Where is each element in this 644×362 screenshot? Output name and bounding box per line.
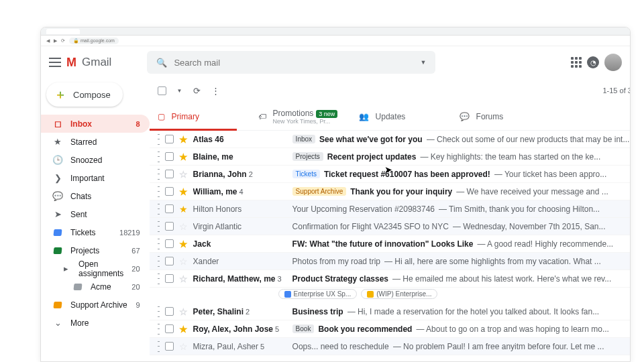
email-row[interactable]: ☆Virgin AtlanticConfirmation for Flight … [150, 218, 630, 235]
tab-forums[interactable]: 💬Forums [451, 103, 552, 130]
sidebar-item-projects[interactable]: Projects67 [41, 241, 150, 259]
tab-promotions[interactable]: 🏷Promotions3 newNew York Times, Pr... [250, 103, 351, 130]
email-row[interactable]: ★Hilton HonorsYour Upcoming Reservation … [150, 200, 630, 218]
more-actions-icon[interactable]: ⋮ [211, 86, 220, 96]
row-checkbox[interactable] [165, 204, 174, 213]
drag-handle-icon[interactable] [158, 306, 160, 317]
drag-handle-icon[interactable] [158, 341, 160, 352]
star-icon[interactable]: ☆ [179, 341, 188, 352]
nav-back-icon[interactable]: ◀ [46, 38, 50, 44]
row-checkbox[interactable] [165, 187, 174, 196]
nav-forward-icon[interactable]: ▶ [54, 38, 57, 44]
search-icon: 🔍 [156, 58, 167, 68]
sidebar-item-chats[interactable]: 💬Chats [41, 187, 150, 205]
star-icon[interactable]: ☆ [179, 256, 188, 267]
sidebar-item-sent[interactable]: ➤Sent [41, 205, 150, 223]
row-checkbox[interactable] [165, 152, 174, 161]
drag-handle-icon[interactable] [158, 324, 160, 335]
email-sender: Mizra, Paul, Asher 5 [193, 342, 287, 351]
drag-handle-icon[interactable] [158, 152, 160, 162]
tab-label: Primary [172, 112, 199, 121]
email-row[interactable]: ★William, me 4Support ArchiveThank you f… [150, 183, 630, 200]
sidebar-item-acme[interactable]: Acme20 [41, 278, 150, 296]
star-icon[interactable]: ☆ [179, 169, 188, 180]
email-row[interactable]: ☆Mizra, Paul, Asher 5Oops... need to res… [150, 338, 630, 355]
sidebar-item-starred[interactable]: ★Starred [41, 133, 150, 151]
row-checkbox[interactable] [165, 135, 174, 143]
email-row[interactable]: ☆Brianna, John 2TicketsTicket request #6… [150, 166, 630, 183]
search-box[interactable]: 🔍 ▼ [147, 51, 435, 74]
account-avatar[interactable] [604, 54, 622, 71]
star-icon[interactable]: ★ [179, 152, 188, 162]
refresh-icon[interactable]: ⟳ [193, 86, 201, 96]
email-snippet: — Hi all, here are some highlights from … [384, 257, 601, 266]
row-checkbox[interactable] [165, 170, 174, 178]
select-all-checkbox[interactable] [158, 86, 166, 95]
row-checkbox[interactable] [165, 274, 174, 283]
star-icon[interactable]: ☆ [179, 274, 188, 284]
email-subject: FW: What "the future of innovation" Look… [292, 239, 474, 249]
row-checkbox[interactable] [165, 324, 174, 333]
label-chip[interactable]: Projects [292, 152, 323, 161]
email-content: InboxSee what we've got for you — Check … [292, 135, 630, 144]
sidebar-item-more[interactable]: ⌄More [41, 314, 150, 332]
email-row[interactable]: ☆Richard, Matthew, me 3Product Strategy … [150, 270, 630, 288]
main-menu-icon[interactable] [49, 58, 61, 67]
drag-handle-icon[interactable] [158, 204, 160, 215]
star-icon[interactable]: ★ [179, 324, 188, 335]
star-icon[interactable]: ★ [179, 204, 188, 215]
star-icon[interactable]: ★ [179, 134, 188, 145]
sidebar-item-snoozed[interactable]: 🕒Snoozed [41, 151, 150, 169]
sidebar-item-important[interactable]: ❯Important [41, 169, 150, 187]
attachment-chip[interactable]: Enterprise UX Sp... [278, 289, 358, 299]
tab-updates[interactable]: 👥Updates [351, 103, 451, 130]
drag-handle-icon[interactable] [158, 134, 160, 145]
row-checkbox[interactable] [165, 222, 174, 231]
email-row[interactable]: ★JackFW: What "the future of innovation"… [150, 235, 630, 253]
sidebar-item-inbox[interactable]: ◻Inbox8 [41, 115, 150, 133]
drag-handle-icon[interactable] [158, 186, 160, 197]
email-row[interactable]: ★Blaine, meProjectsRecent project update… [150, 148, 630, 166]
drag-handle-icon[interactable] [158, 256, 160, 267]
sidebar-item-support-archive[interactable]: Support Archive9 [41, 296, 150, 314]
email-row[interactable]: ★Roy, Alex, John Jose 5BookBook you reco… [150, 320, 630, 338]
url-field[interactable]: 🔒 mail.google.com [69, 38, 119, 44]
drag-handle-icon[interactable] [158, 169, 160, 180]
sidebar-item-open-assignments[interactable]: ▸Open assignments20 [41, 259, 150, 278]
star-icon[interactable]: ★ [179, 186, 188, 197]
row-checkbox[interactable] [165, 342, 174, 351]
email-subject: Book you recommended [318, 324, 412, 334]
row-checkbox[interactable] [165, 307, 174, 316]
label-chip[interactable]: Support Archive [292, 187, 347, 196]
star-icon[interactable]: ☆ [179, 221, 188, 232]
email-row[interactable]: ★Atlas 46InboxSee what we've got for you… [150, 131, 630, 148]
star-icon[interactable]: ☆ [179, 306, 188, 317]
drag-handle-icon[interactable] [158, 274, 160, 284]
drag-handle-icon[interactable] [158, 221, 160, 232]
notifications-icon[interactable]: ◔ [587, 56, 599, 68]
tab-icon: 💬 [460, 112, 470, 121]
row-checkbox[interactable] [165, 239, 174, 248]
sidebar-count: 67 [131, 247, 140, 255]
drag-handle-icon[interactable] [158, 239, 160, 249]
compose-button[interactable]: ＋ Compose [46, 82, 123, 107]
nav-reload-icon[interactable]: ⟳ [61, 38, 65, 44]
search-dropdown-icon[interactable]: ▼ [420, 59, 426, 66]
email-row[interactable]: ☆XanderPhotos from my road trip — Hi all… [150, 253, 630, 270]
star-icon[interactable]: ★ [179, 239, 188, 249]
row-checkbox[interactable] [165, 257, 174, 265]
label-chip[interactable]: Tickets [292, 170, 320, 178]
email-content: Support ArchiveThank you for your inquir… [292, 187, 630, 196]
browser-tab[interactable] [46, 29, 80, 34]
attachment-chip[interactable]: (WIP) Enterprise... [361, 289, 437, 299]
browser-address-bar[interactable]: ◀ ▶ ⟳ 🔒 mail.google.com [41, 36, 630, 46]
sidebar-item-tickets[interactable]: Tickets18219 [41, 223, 150, 241]
google-apps-icon[interactable] [571, 57, 582, 68]
search-input[interactable] [174, 58, 413, 68]
label-chip[interactable]: Book [292, 324, 315, 333]
tab-primary[interactable]: ▢Primary [150, 103, 250, 130]
label-chip[interactable]: Inbox [292, 135, 315, 143]
email-row[interactable]: ☆Peter, Shalini 2Business trip — Hi, I m… [150, 303, 630, 320]
select-dropdown-icon[interactable]: ▼ [177, 88, 182, 94]
label-icon [53, 247, 62, 254]
